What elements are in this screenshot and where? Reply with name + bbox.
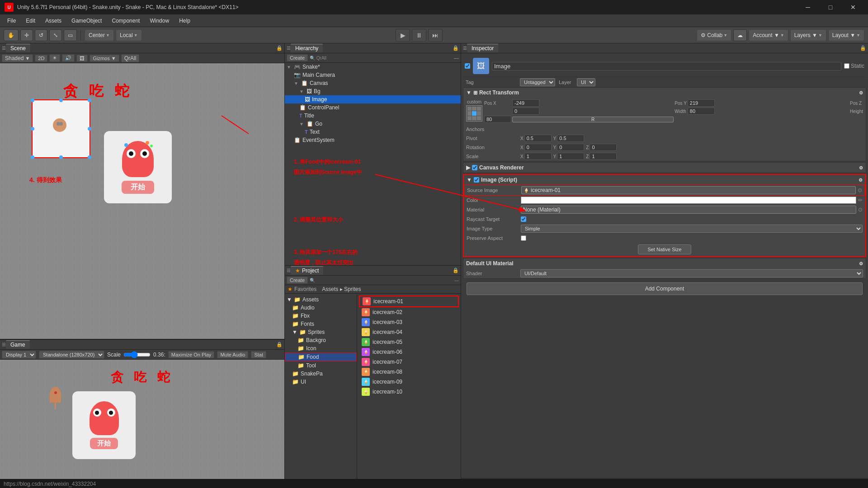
handle-mr[interactable] (88, 127, 91, 131)
source-image-field[interactable]: 🍦 icecream-01 (521, 186, 856, 194)
native-size-button[interactable]: Set Native Size (638, 244, 691, 254)
file-icecream-09[interactable]: 🍦 icecream-09 (359, 377, 459, 387)
shader-select[interactable]: UI/Default (520, 269, 863, 277)
account-dropdown[interactable]: Account ▼ ▼ (749, 29, 788, 41)
scale-y-input[interactable] (557, 153, 584, 160)
tag-select[interactable]: Untagged (520, 78, 555, 86)
handle-tl[interactable] (31, 99, 34, 102)
menu-component[interactable]: Component (107, 16, 144, 25)
local-dropdown[interactable]: Local ▼ (116, 29, 142, 41)
proj-ui[interactable]: 📁 UI (285, 378, 357, 386)
material-field[interactable]: None (Material) (521, 206, 856, 214)
posx-input[interactable] (512, 99, 539, 107)
canvas-renderer-checkbox[interactable] (472, 165, 477, 170)
proj-snakepa[interactable]: 📁 SnakePa (285, 370, 357, 378)
hierarchy-item-image[interactable]: 🖼 Image (285, 95, 461, 103)
default-ui-menu-icon[interactable]: ⚙ (859, 261, 863, 266)
file-icecream-08[interactable]: 🍦 icecream-08 (359, 367, 459, 377)
scene-view[interactable]: 贪 吃 蛇 (0, 63, 284, 339)
menu-assets[interactable]: Assets (41, 16, 66, 25)
maximize-button[interactable]: □ (820, 0, 841, 14)
source-image-picker-icon[interactable]: ⊙ (858, 187, 862, 193)
menu-help[interactable]: Help (175, 16, 195, 25)
pause-button[interactable]: ⏸ (412, 29, 426, 42)
menu-file[interactable]: File (3, 16, 20, 25)
file-icecream-06[interactable]: 🍦 icecream-06 (359, 347, 459, 357)
scene-lock-icon[interactable]: 🔒 (276, 45, 283, 51)
image-script-header[interactable]: ▼ Image (Script) ⚙ (464, 175, 865, 185)
menu-window[interactable]: Window (145, 16, 174, 25)
rot-z-input[interactable] (590, 144, 617, 151)
proj-food[interactable]: 📁 Food (285, 352, 357, 361)
center-dropdown[interactable]: Center ▼ (85, 29, 114, 41)
hierarchy-search-close[interactable]: — (454, 55, 459, 61)
color-swatch[interactable] (521, 197, 856, 204)
image-type-select[interactable]: Simple (521, 225, 863, 233)
close-button[interactable]: ✕ (843, 0, 863, 14)
proj-sprites[interactable]: ▼ 📁 Sprites (285, 328, 357, 336)
hand-tool-button[interactable]: ✋ (4, 29, 19, 41)
hierarchy-item-controlpanel[interactable]: 📋 ControlPanel (285, 103, 461, 112)
hierarchy-item-snake[interactable]: ▼ 🎮 Snake* (285, 63, 461, 71)
hierarchy-item-title[interactable]: T Title (285, 112, 461, 120)
hierarchy-lock[interactable]: 🔒 (453, 45, 459, 51)
object-active-checkbox[interactable] (465, 63, 470, 69)
proj-audio[interactable]: 📁 Audio (285, 304, 357, 312)
pivot-x-input[interactable] (524, 135, 552, 142)
file-icecream-07[interactable]: 🍦 icecream-07 (359, 357, 459, 367)
shading-dropdown[interactable]: Shaded ▼ (2, 54, 33, 62)
scale-z-input[interactable] (590, 153, 617, 160)
file-icecream-10[interactable]: 🍦 icecream-10 (359, 387, 459, 397)
static-checkbox[interactable] (844, 63, 849, 69)
mute-button[interactable]: Mute Audio (217, 351, 248, 358)
cloud-button[interactable]: ☁ (733, 29, 747, 41)
handle-tr[interactable] (88, 99, 91, 102)
proj-backgro[interactable]: 📁 Backgro (285, 336, 357, 344)
inspector-tab[interactable]: Inspector (467, 44, 498, 52)
rect-transform-header[interactable]: ▼ ⊞ Rect Transform ⚙ (463, 88, 866, 98)
scale-tool-button[interactable]: ⤡ (49, 29, 62, 41)
menu-gameobject[interactable]: GameObject (67, 16, 106, 25)
file-icecream-03[interactable]: 🍦 icecream-03 (359, 317, 459, 327)
hierarchy-create-btn[interactable]: Create (287, 54, 308, 61)
canvas-renderer-menu-icon[interactable]: ⚙ (859, 165, 863, 170)
scene-search-input[interactable]: QrAll (121, 54, 140, 62)
scene-image-object[interactable] (32, 99, 90, 158)
scale-slider[interactable] (123, 351, 151, 358)
2d-button[interactable]: 2D (35, 55, 47, 62)
object-name-input[interactable] (492, 62, 841, 70)
file-icecream-02[interactable]: 🍦 icecream-02 (359, 307, 459, 317)
effects-icon[interactable]: 🖼 (76, 55, 88, 62)
anchor-selector[interactable] (466, 105, 482, 122)
color-picker-icon[interactable]: ✏ (858, 197, 863, 203)
maximize-button[interactable]: Maximize On Play (168, 351, 215, 358)
rect-transform-menu-icon[interactable]: ⚙ (859, 90, 863, 95)
handle-bm[interactable] (59, 155, 63, 159)
gizmos-dropdown[interactable]: Gizmos ▼ (90, 55, 119, 62)
file-icecream-04[interactable]: 🍦 icecream-04 (359, 327, 459, 337)
scale-x-input[interactable] (524, 153, 552, 160)
handle-bl[interactable] (31, 155, 34, 159)
posz-input[interactable] (512, 108, 539, 115)
hierarchy-item-maincamera[interactable]: 📷 Main Camera (285, 71, 461, 79)
hierarchy-item-bg[interactable]: ▼ 🖼 Bg (285, 87, 461, 95)
file-icecream-01[interactable]: 🍦 icecream-01 (359, 296, 459, 307)
height-input[interactable] (484, 116, 511, 123)
image-script-menu-icon[interactable]: ⚙ (859, 178, 863, 183)
game-lock-icon[interactable]: 🔒 (276, 342, 283, 347)
project-create-btn[interactable]: Create (287, 277, 308, 284)
rot-x-input[interactable] (524, 144, 552, 151)
layers-dropdown[interactable]: Layers ▼ ▼ (790, 29, 826, 41)
hierarchy-item-text[interactable]: T Text (285, 128, 461, 136)
preserve-checkbox[interactable] (521, 235, 526, 241)
raycast-checkbox[interactable] (521, 216, 526, 222)
material-picker-icon[interactable]: ⊙ (858, 206, 863, 213)
hierarchy-item-eventsystem[interactable]: 📋 EventSystem (285, 136, 461, 144)
proj-assets[interactable]: ▼ 📁 Assets (285, 296, 357, 304)
rotate-tool-button[interactable]: ↺ (35, 29, 47, 41)
minimize-button[interactable]: ─ (797, 0, 818, 14)
project-tab[interactable]: ★ Project (291, 266, 323, 275)
play-button[interactable]: ▶ (396, 29, 410, 42)
resolution-select[interactable]: Standalone (1280x720) (39, 351, 104, 359)
lighting-icon[interactable]: ☀ (49, 54, 60, 62)
